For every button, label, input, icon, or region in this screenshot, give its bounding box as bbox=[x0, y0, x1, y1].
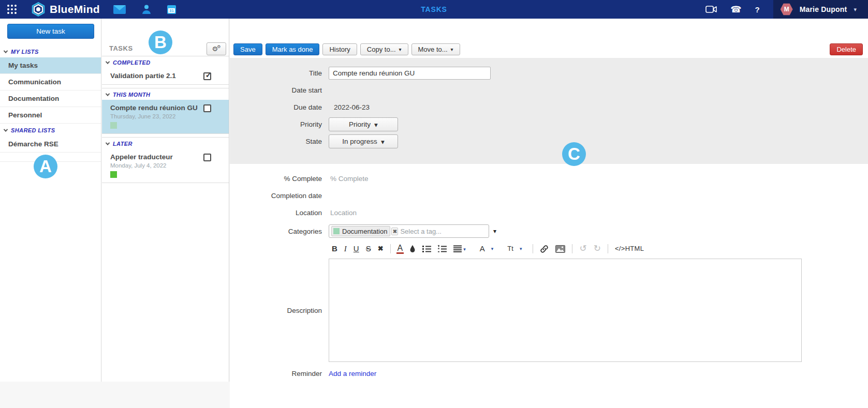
help-icon[interactable]: ? bbox=[755, 5, 759, 14]
font-color-button[interactable]: A bbox=[396, 244, 404, 254]
brand-logo[interactable]: BlueMind bbox=[31, 2, 100, 17]
calendar-icon[interactable]: 31 bbox=[167, 5, 176, 14]
app-grid-icon[interactable] bbox=[7, 5, 17, 14]
align-button[interactable]: ▾ bbox=[452, 245, 467, 253]
insert-link-button[interactable] bbox=[539, 244, 550, 254]
new-task-button[interactable]: New task bbox=[7, 24, 94, 39]
title-label: Title bbox=[230, 69, 322, 77]
task-row-compte-rendu[interactable]: Compte rendu réunion GU Thursday, June 2… bbox=[102, 100, 229, 134]
sidebar-item-communication[interactable]: Communication bbox=[0, 74, 101, 90]
task-row-appeler-traducteur[interactable]: Appeler traducteur Monday, July 4, 2022 bbox=[102, 149, 229, 183]
form-header-band: Title Date start Due date 2022-06-23 Pri… bbox=[230, 58, 868, 164]
category-swatch bbox=[110, 171, 117, 178]
tag-search-input[interactable] bbox=[399, 227, 487, 236]
history-button[interactable]: History bbox=[322, 43, 357, 55]
save-button[interactable]: Save bbox=[233, 43, 262, 55]
sidebar-item-documentation[interactable]: Documentation bbox=[0, 90, 101, 107]
mark-as-done-button[interactable]: Mark as done bbox=[266, 43, 320, 55]
chevron-down-icon: ▾ bbox=[381, 138, 385, 146]
chevron-down-icon bbox=[106, 141, 110, 145]
category-swatch bbox=[110, 122, 117, 129]
copy-to-button[interactable]: Copy to... ▾ bbox=[360, 43, 408, 55]
chevron-down-icon: ▾ bbox=[520, 245, 522, 253]
chevron-down-icon bbox=[4, 127, 8, 131]
section-later[interactable]: LATER bbox=[102, 137, 229, 149]
task-checkbox[interactable] bbox=[203, 104, 211, 112]
numbered-list-button[interactable] bbox=[437, 245, 448, 253]
bold-button[interactable]: B bbox=[331, 244, 339, 253]
divider bbox=[533, 244, 533, 253]
list-settings-button[interactable]: ⚙ ⚙ bbox=[207, 42, 226, 55]
due-date-value[interactable]: 2022-06-23 bbox=[329, 103, 370, 111]
task-list-title: TASKS bbox=[109, 44, 133, 52]
state-select[interactable]: In progress ▾ bbox=[329, 134, 398, 148]
move-to-button[interactable]: Move to... ▾ bbox=[411, 43, 460, 55]
completion-date-label: Completion date bbox=[230, 192, 322, 200]
top-navbar: BlueMind 31 TASKS bbox=[0, 0, 868, 19]
bullet-list-button[interactable] bbox=[421, 245, 432, 253]
remove-tag-button[interactable]: ✖ bbox=[391, 228, 398, 235]
task-row-validation-partie[interactable]: Validation partie 2.1 ✓ bbox=[102, 68, 229, 85]
chevron-down-icon: ▾ bbox=[451, 47, 453, 52]
chevron-down-icon: ▾ bbox=[374, 120, 378, 129]
clear-format-button[interactable]: ✖ bbox=[377, 244, 385, 253]
app-title: TASKS bbox=[421, 5, 447, 13]
mail-icon[interactable] bbox=[113, 5, 126, 14]
priority-label: Priority bbox=[230, 120, 322, 128]
section-this-month[interactable]: THIS MONTH bbox=[102, 88, 229, 100]
font-family-button[interactable]: A ▾ bbox=[479, 244, 495, 253]
priority-select[interactable]: Priority ▾ bbox=[329, 117, 398, 131]
section-completed[interactable]: COMPLETED bbox=[102, 56, 229, 68]
categories-input[interactable]: Documentation ✖ bbox=[329, 224, 489, 238]
detail-toolbar: Save Mark as done History Copy to... ▾ M… bbox=[233, 43, 863, 55]
location-input[interactable] bbox=[329, 208, 443, 217]
sidebar-item-demarche-rse[interactable]: Démarche RSE bbox=[0, 136, 101, 153]
highlight-color-button[interactable] bbox=[408, 244, 417, 253]
brand-name: BlueMind bbox=[50, 3, 100, 16]
annotation-marker-c: C bbox=[562, 142, 586, 166]
user-name: Marie Dupont bbox=[800, 5, 847, 13]
my-lists-section-header[interactable]: MY LISTS bbox=[0, 45, 101, 57]
reminder-label: Reminder bbox=[230, 370, 322, 377]
html-source-button[interactable]: </>HTML bbox=[614, 244, 645, 253]
task-checkbox[interactable] bbox=[203, 154, 211, 161]
avatar: M bbox=[781, 3, 793, 16]
chevron-down-icon: ▾ bbox=[463, 245, 466, 253]
shared-lists-section-header[interactable]: SHARED LISTS bbox=[0, 124, 101, 136]
check-icon: ✓ bbox=[205, 71, 212, 79]
pct-complete-input[interactable] bbox=[329, 174, 443, 183]
date-start-label: Date start bbox=[230, 86, 322, 94]
insert-image-button[interactable] bbox=[554, 245, 566, 253]
category-tag[interactable]: Documentation bbox=[331, 226, 390, 236]
undo-button[interactable]: ↺ bbox=[578, 244, 587, 253]
pct-complete-label: % Complete bbox=[230, 175, 322, 183]
video-call-icon[interactable] bbox=[705, 6, 717, 13]
strikethrough-button[interactable]: S bbox=[365, 244, 372, 253]
sidebar-item-my-tasks[interactable]: My tasks bbox=[0, 57, 101, 74]
underline-button[interactable]: U bbox=[352, 244, 360, 253]
task-checkbox-checked[interactable]: ✓ bbox=[203, 72, 211, 80]
chevron-down-icon: ▾ bbox=[399, 47, 402, 52]
user-menu[interactable]: M Marie Dupont ▾ bbox=[773, 0, 868, 19]
annotation-marker-b: B bbox=[149, 31, 172, 54]
editor-toolbar: B I U S ✖ A bbox=[331, 241, 645, 256]
delete-button[interactable]: Delete bbox=[830, 43, 863, 55]
divider bbox=[572, 244, 572, 253]
calendar-day: 31 bbox=[169, 8, 174, 13]
categories-label: Categories bbox=[230, 228, 322, 235]
contacts-icon[interactable] bbox=[141, 4, 152, 14]
sidebar-item-personnel[interactable]: Personnel bbox=[0, 107, 101, 124]
redo-button[interactable]: ↻ bbox=[593, 244, 602, 253]
annotation-marker-a: A bbox=[34, 155, 57, 178]
description-editor[interactable] bbox=[329, 259, 802, 362]
due-date-label: Due date bbox=[230, 103, 322, 111]
tag-color-swatch bbox=[333, 228, 340, 234]
categories-dropdown-icon[interactable]: ▾ bbox=[493, 228, 496, 235]
task-detail-panel: Save Mark as done History Copy to... ▾ M… bbox=[230, 19, 868, 408]
title-input[interactable] bbox=[329, 67, 491, 80]
phone-icon[interactable]: ☎ bbox=[730, 4, 741, 15]
add-reminder-link[interactable]: Add a reminder bbox=[329, 370, 376, 377]
font-size-button[interactable]: Tt ▾ bbox=[506, 244, 523, 253]
italic-button[interactable]: I bbox=[343, 244, 348, 253]
description-label: Description bbox=[230, 307, 322, 314]
